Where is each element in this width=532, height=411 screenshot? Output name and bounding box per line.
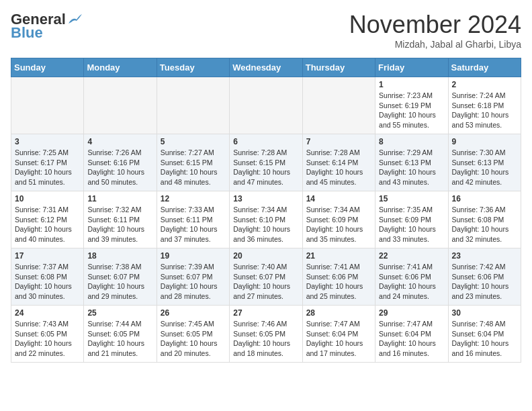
day-info: Sunrise: 7:47 AM Sunset: 6:04 PM Dayligh… (379, 319, 444, 359)
calendar-cell: 6Sunrise: 7:28 AM Sunset: 6:15 PM Daylig… (230, 134, 302, 191)
day-number: 15 (379, 194, 444, 203)
day-info: Sunrise: 7:38 AM Sunset: 6:07 PM Dayligh… (87, 262, 152, 302)
weekday-header-monday: Monday (84, 58, 157, 77)
calendar-cell: 9Sunrise: 7:30 AM Sunset: 6:13 PM Daylig… (448, 134, 521, 191)
day-number: 1 (379, 80, 444, 89)
day-number: 16 (452, 194, 517, 203)
calendar-cell: 17Sunrise: 7:37 AM Sunset: 6:08 PM Dayli… (11, 248, 84, 306)
calendar-week-row: 10Sunrise: 7:31 AM Sunset: 6:12 PM Dayli… (11, 191, 521, 248)
page-header: General Blue November 2024 Mizdah, Jabal… (11, 11, 521, 50)
day-info: Sunrise: 7:40 AM Sunset: 6:07 PM Dayligh… (233, 262, 298, 302)
calendar-cell: 16Sunrise: 7:36 AM Sunset: 6:08 PM Dayli… (448, 191, 521, 248)
day-number: 4 (87, 137, 152, 146)
calendar-cell: 5Sunrise: 7:27 AM Sunset: 6:15 PM Daylig… (157, 134, 229, 191)
weekday-header-sunday: Sunday (11, 58, 84, 77)
calendar-cell: 23Sunrise: 7:42 AM Sunset: 6:06 PM Dayli… (448, 248, 521, 306)
calendar-cell: 8Sunrise: 7:29 AM Sunset: 6:13 PM Daylig… (375, 134, 448, 191)
day-number: 8 (379, 137, 444, 146)
day-info: Sunrise: 7:36 AM Sunset: 6:08 PM Dayligh… (452, 205, 517, 244)
calendar-cell: 4Sunrise: 7:26 AM Sunset: 6:16 PM Daylig… (84, 134, 157, 191)
weekday-header-saturday: Saturday (448, 58, 521, 77)
calendar-cell: 12Sunrise: 7:33 AM Sunset: 6:11 PM Dayli… (157, 191, 229, 248)
day-info: Sunrise: 7:42 AM Sunset: 6:06 PM Dayligh… (452, 262, 517, 302)
day-info: Sunrise: 7:44 AM Sunset: 6:05 PM Dayligh… (87, 319, 152, 359)
day-info: Sunrise: 7:25 AM Sunset: 6:17 PM Dayligh… (15, 148, 80, 187)
calendar-cell: 14Sunrise: 7:34 AM Sunset: 6:09 PM Dayli… (302, 191, 375, 248)
calendar-cell: 7Sunrise: 7:28 AM Sunset: 6:14 PM Daylig… (302, 134, 375, 191)
calendar-cell: 30Sunrise: 7:48 AM Sunset: 6:04 PM Dayli… (448, 306, 521, 363)
day-number: 2 (452, 80, 517, 89)
calendar-cell: 27Sunrise: 7:46 AM Sunset: 6:05 PM Dayli… (230, 306, 302, 363)
logo: General Blue (11, 11, 82, 40)
day-number: 7 (306, 137, 371, 146)
calendar-cell: 13Sunrise: 7:34 AM Sunset: 6:10 PM Dayli… (230, 191, 302, 248)
day-number: 30 (452, 308, 517, 318)
weekday-header-thursday: Thursday (302, 58, 375, 77)
day-number: 24 (15, 308, 80, 318)
calendar-cell (157, 77, 229, 134)
calendar-cell: 20Sunrise: 7:40 AM Sunset: 6:07 PM Dayli… (230, 248, 302, 306)
calendar-cell: 24Sunrise: 7:43 AM Sunset: 6:05 PM Dayli… (11, 306, 84, 363)
day-info: Sunrise: 7:35 AM Sunset: 6:09 PM Dayligh… (379, 205, 444, 244)
calendar-cell: 11Sunrise: 7:32 AM Sunset: 6:11 PM Dayli… (84, 191, 157, 248)
day-info: Sunrise: 7:48 AM Sunset: 6:04 PM Dayligh… (452, 319, 517, 359)
location-subtitle: Mizdah, Jabal al Gharbi, Libya (349, 39, 521, 50)
day-info: Sunrise: 7:39 AM Sunset: 6:07 PM Dayligh… (161, 262, 226, 302)
day-number: 12 (161, 194, 226, 203)
day-info: Sunrise: 7:47 AM Sunset: 6:04 PM Dayligh… (306, 319, 371, 359)
calendar-cell: 2Sunrise: 7:24 AM Sunset: 6:18 PM Daylig… (448, 77, 521, 134)
day-info: Sunrise: 7:33 AM Sunset: 6:11 PM Dayligh… (161, 205, 226, 244)
calendar-week-row: 1Sunrise: 7:23 AM Sunset: 6:19 PM Daylig… (11, 77, 521, 134)
day-number: 23 (452, 251, 517, 261)
day-number: 21 (306, 251, 371, 261)
calendar-header-row: SundayMondayTuesdayWednesdayThursdayFrid… (11, 58, 521, 77)
day-info: Sunrise: 7:28 AM Sunset: 6:14 PM Dayligh… (306, 148, 371, 187)
day-info: Sunrise: 7:31 AM Sunset: 6:12 PM Dayligh… (15, 205, 80, 244)
calendar-cell (230, 77, 302, 134)
day-info: Sunrise: 7:43 AM Sunset: 6:05 PM Dayligh… (15, 319, 80, 359)
calendar-cell: 3Sunrise: 7:25 AM Sunset: 6:17 PM Daylig… (11, 134, 84, 191)
day-info: Sunrise: 7:23 AM Sunset: 6:19 PM Dayligh… (379, 91, 444, 130)
day-number: 17 (15, 251, 80, 261)
calendar-cell: 21Sunrise: 7:41 AM Sunset: 6:06 PM Dayli… (302, 248, 375, 306)
calendar-week-row: 3Sunrise: 7:25 AM Sunset: 6:17 PM Daylig… (11, 134, 521, 191)
day-number: 18 (87, 251, 152, 261)
day-info: Sunrise: 7:46 AM Sunset: 6:05 PM Dayligh… (233, 319, 298, 359)
title-area: November 2024 Mizdah, Jabal al Gharbi, L… (349, 11, 521, 50)
calendar-cell: 10Sunrise: 7:31 AM Sunset: 6:12 PM Dayli… (11, 191, 84, 248)
day-info: Sunrise: 7:41 AM Sunset: 6:06 PM Dayligh… (306, 262, 371, 302)
calendar-cell: 18Sunrise: 7:38 AM Sunset: 6:07 PM Dayli… (84, 248, 157, 306)
calendar-cell: 29Sunrise: 7:47 AM Sunset: 6:04 PM Dayli… (375, 306, 448, 363)
day-number: 20 (233, 251, 298, 261)
day-info: Sunrise: 7:24 AM Sunset: 6:18 PM Dayligh… (452, 91, 517, 130)
day-number: 25 (87, 308, 152, 318)
calendar-week-row: 24Sunrise: 7:43 AM Sunset: 6:05 PM Dayli… (11, 306, 521, 363)
calendar-week-row: 17Sunrise: 7:37 AM Sunset: 6:08 PM Dayli… (11, 248, 521, 306)
calendar-table: SundayMondayTuesdayWednesdayThursdayFrid… (11, 58, 521, 363)
day-info: Sunrise: 7:28 AM Sunset: 6:15 PM Dayligh… (233, 148, 298, 187)
day-info: Sunrise: 7:32 AM Sunset: 6:11 PM Dayligh… (87, 205, 152, 244)
calendar-cell: 25Sunrise: 7:44 AM Sunset: 6:05 PM Dayli… (84, 306, 157, 363)
day-number: 10 (15, 194, 80, 203)
calendar-cell: 15Sunrise: 7:35 AM Sunset: 6:09 PM Dayli… (375, 191, 448, 248)
weekday-header-tuesday: Tuesday (157, 58, 229, 77)
calendar-cell: 19Sunrise: 7:39 AM Sunset: 6:07 PM Dayli… (157, 248, 229, 306)
day-info: Sunrise: 7:34 AM Sunset: 6:10 PM Dayligh… (233, 205, 298, 244)
logo-bird-icon (67, 14, 82, 26)
day-number: 11 (87, 194, 152, 203)
day-number: 5 (161, 137, 226, 146)
day-number: 28 (306, 308, 371, 318)
calendar-cell (84, 77, 157, 134)
day-info: Sunrise: 7:45 AM Sunset: 6:05 PM Dayligh… (161, 319, 226, 359)
calendar-cell: 26Sunrise: 7:45 AM Sunset: 6:05 PM Dayli… (157, 306, 229, 363)
calendar-cell: 1Sunrise: 7:23 AM Sunset: 6:19 PM Daylig… (375, 77, 448, 134)
day-number: 29 (379, 308, 444, 318)
calendar-cell: 28Sunrise: 7:47 AM Sunset: 6:04 PM Dayli… (302, 306, 375, 363)
day-number: 13 (233, 194, 298, 203)
logo-blue-text: Blue (11, 26, 43, 40)
day-number: 6 (233, 137, 298, 146)
calendar-cell: 22Sunrise: 7:41 AM Sunset: 6:06 PM Dayli… (375, 248, 448, 306)
day-number: 26 (161, 308, 226, 318)
day-info: Sunrise: 7:27 AM Sunset: 6:15 PM Dayligh… (161, 148, 226, 187)
calendar-cell (11, 77, 84, 134)
